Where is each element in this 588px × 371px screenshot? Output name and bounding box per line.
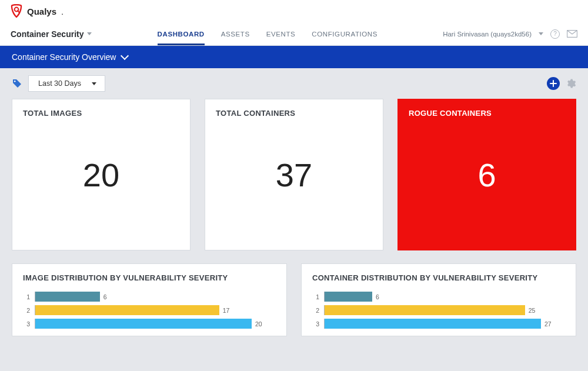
time-range-label: Last 30 Days [38, 79, 81, 88]
card-rogue-containers[interactable]: ROGUE CONTAINERS 6 [397, 99, 576, 250]
chart-title: CONTAINER DISTRIBUTION BY VULNERABILITY … [302, 264, 576, 282]
gear-icon[interactable] [566, 78, 576, 89]
svg-point-3 [14, 81, 16, 82]
bar-row: 3 20 [23, 319, 276, 329]
chart-title: IMAGE DISTRIBUTION BY VULNERABILITY SEVE… [12, 264, 286, 282]
bar-category: 3 [23, 320, 30, 327]
qualys-logo-icon [11, 4, 22, 18]
card-total-containers[interactable]: TOTAL CONTAINERS 37 [205, 99, 383, 250]
bar-value: 6 [376, 293, 379, 300]
help-icon[interactable]: ? [550, 29, 560, 39]
chart-image-distribution: IMAGE DISTRIBUTION BY VULNERABILITY SEVE… [12, 263, 287, 336]
bar-fill [324, 292, 372, 302]
card-title: ROGUE CONTAINERS [398, 99, 576, 118]
add-button[interactable] [547, 77, 560, 90]
bar-fill [35, 305, 219, 315]
bar-category: 2 [23, 307, 30, 314]
card-value: 37 [205, 118, 383, 250]
nav-assets[interactable]: ASSETS [221, 22, 250, 45]
svg-line-1 [18, 11, 19, 12]
card-value: 20 [12, 118, 190, 250]
bar-row: 1 6 [23, 292, 276, 302]
card-title: TOTAL CONTAINERS [205, 99, 383, 118]
bar-fill [324, 305, 525, 315]
chart-cards: IMAGE DISTRIBUTION BY VULNERABILITY SEVE… [0, 250, 588, 336]
overview-title: Container Security Overview [12, 52, 116, 62]
nav-tabs: DASHBOARD ASSETS EVENTS CONFIGURATIONS [92, 22, 443, 45]
app-switcher[interactable]: Container Security [11, 29, 83, 39]
bar-value: 20 [255, 320, 262, 327]
overview-bar[interactable]: Container Security Overview [0, 46, 588, 68]
bar-category: 1 [312, 293, 319, 300]
card-total-images[interactable]: TOTAL IMAGES 20 [12, 99, 191, 250]
mail-icon[interactable] [567, 30, 577, 38]
stat-cards: TOTAL IMAGES 20 TOTAL CONTAINERS 37 ROGU… [0, 99, 588, 250]
nav-events[interactable]: EVENTS [266, 22, 296, 45]
card-title: TOTAL IMAGES [12, 99, 190, 118]
overview-chevron-icon [121, 52, 129, 60]
user-chevron-down-icon[interactable] [539, 32, 543, 35]
nav-dashboard[interactable]: DASHBOARD [158, 22, 205, 45]
brand-dot: . [61, 6, 64, 16]
card-value: 6 [398, 118, 576, 250]
bar-chart: 1 6 2 25 3 27 [302, 282, 576, 329]
bar-value: 27 [544, 320, 552, 327]
bar-row: 2 17 [23, 305, 276, 315]
chevron-down-icon[interactable] [87, 32, 92, 35]
bar-fill [324, 319, 541, 329]
bar-fill [35, 292, 100, 302]
bar-fill [35, 319, 252, 329]
time-range-select[interactable]: Last 30 Days [28, 75, 105, 92]
filter-row: Last 30 Days [0, 68, 588, 99]
bar-chart: 1 6 2 17 3 20 [12, 282, 286, 329]
bar-category: 2 [312, 307, 319, 314]
nav-configurations[interactable]: CONFIGURATIONS [312, 22, 377, 45]
main-nav: Container Security DASHBOARD ASSETS EVEN… [0, 22, 588, 46]
bar-value: 25 [529, 307, 536, 314]
tag-icon[interactable] [12, 78, 22, 89]
bar-category: 3 [312, 320, 319, 327]
brand-name: Qualys [27, 6, 56, 16]
bar-category: 1 [23, 293, 30, 300]
bar-row: 3 27 [312, 319, 565, 329]
chart-container-distribution: CONTAINER DISTRIBUTION BY VULNERABILITY … [301, 263, 576, 336]
select-chevron-icon [92, 82, 96, 85]
user-display[interactable]: Hari Srinivasan (quays2kd56) [443, 31, 532, 38]
bar-row: 1 6 [312, 292, 565, 302]
bar-value: 17 [223, 307, 230, 314]
nav-right: Hari Srinivasan (quays2kd56) ? [443, 29, 577, 39]
bar-row: 2 25 [312, 305, 565, 315]
bar-value: 6 [103, 293, 107, 300]
brand-bar: Qualys . [0, 0, 588, 22]
